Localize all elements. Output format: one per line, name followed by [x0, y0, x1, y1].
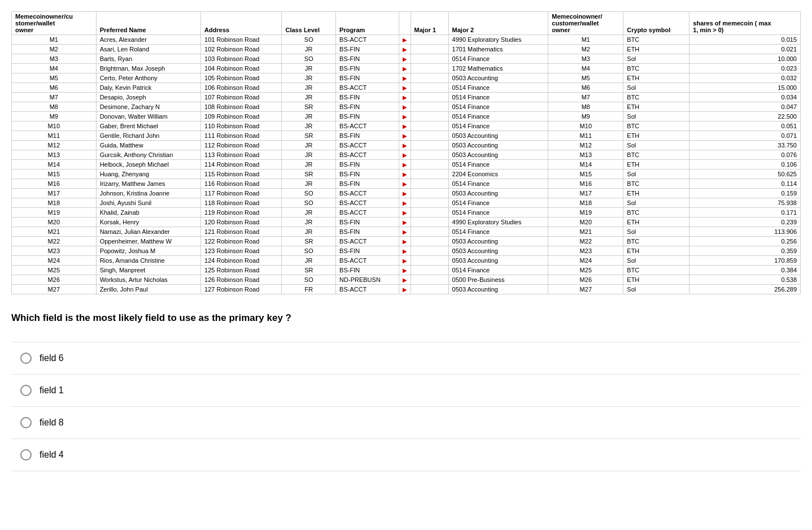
table-cell: M26 [12, 275, 97, 285]
table-row: M15Huang, Zhenyang115 Robinson RoadSRBS-… [12, 170, 801, 179]
table-cell: 117 Robinson Road [201, 189, 282, 198]
radio-field4[interactable] [20, 449, 32, 461]
table-cell: M4 [548, 64, 623, 73]
table-cell: M8 [548, 102, 623, 112]
table-cell: ▶ [399, 45, 411, 54]
option-label-field8: field 8 [40, 418, 64, 428]
table-cell: M5 [548, 73, 623, 83]
table-row: M2Asari, Len Roland102 Robinson RoadJRBS… [12, 45, 801, 54]
table-cell: M27 [548, 285, 623, 294]
table-cell: BS-FIN [336, 112, 399, 121]
table-cell [411, 170, 448, 179]
table-cell: M11 [548, 131, 623, 141]
option-label-field4: field 4 [40, 450, 64, 460]
col-header-preferred-name: Preferred Name [96, 12, 200, 35]
table-cell: 118 Robinson Road [201, 198, 282, 208]
table-cell: M6 [12, 83, 97, 93]
option-field1[interactable]: field 1 [11, 375, 801, 407]
table-cell: JR [282, 218, 336, 227]
table-cell: BS-FIN [336, 64, 399, 73]
table-cell: ND-PREBUSN [336, 275, 399, 285]
table-cell: 106 Robinson Road [201, 83, 282, 93]
col-header-wallet-owner: Memecoinowner/customer/walletowner [12, 12, 97, 35]
table-cell [411, 160, 448, 170]
table-cell: 110 Robinson Road [201, 121, 282, 131]
table-cell: 0.032 [689, 73, 801, 83]
table-cell: 0.106 [689, 160, 801, 170]
table-row: M1Acres, Alexander101 Robinson RoadSOBS-… [12, 35, 801, 45]
table-row: M8Desimone, Zachary N108 Robinson RoadSR… [12, 102, 801, 112]
table-cell: M24 [548, 256, 623, 266]
table-row: M14Helbock, Joseph Michael114 Robinson R… [12, 160, 801, 170]
table-cell: SO [282, 54, 336, 64]
table-cell: ▶ [399, 227, 411, 237]
table-cell: M3 [12, 54, 97, 64]
table-cell: M2 [12, 45, 97, 54]
table-cell: ▶ [399, 256, 411, 266]
table-cell: ▶ [399, 54, 411, 64]
table-cell: BTC [623, 208, 689, 218]
table-cell: Daly, Kevin Patrick [96, 83, 200, 93]
table-cell: 102 Robinson Road [201, 45, 282, 54]
table-cell: Singh, Manpreet [96, 266, 200, 275]
table-cell: M9 [12, 112, 97, 121]
radio-field6[interactable] [20, 353, 32, 364]
table-cell: M13 [548, 150, 623, 160]
table-cell: ▶ [399, 93, 411, 102]
table-cell: JR [282, 73, 336, 83]
table-cell: Acres, Alexander [96, 35, 200, 45]
col-header-shares: shares of memecoin ( max1, min > 0) [689, 12, 801, 35]
table-cell: 119 Robinson Road [201, 208, 282, 218]
table-cell: SO [282, 35, 336, 45]
table-cell: SR [282, 266, 336, 275]
table-cell: 0503 Accounting [448, 285, 548, 294]
table-cell: BTC [623, 93, 689, 102]
table-cell [411, 102, 448, 112]
table-cell: SR [282, 131, 336, 141]
table-cell: 107 Robinson Road [201, 93, 282, 102]
table-cell [411, 54, 448, 64]
table-cell: M25 [12, 266, 97, 275]
table-cell: ▶ [399, 131, 411, 141]
radio-field1[interactable] [20, 385, 32, 396]
table-cell: Sol [623, 198, 689, 208]
table-cell: M14 [12, 160, 97, 170]
table-cell: M26 [548, 275, 623, 285]
table-cell: Oppenheimer, Matthew W [96, 237, 200, 246]
table-cell: 0514 Finance [448, 54, 548, 64]
col-header-flag [399, 12, 411, 35]
radio-field8[interactable] [20, 417, 32, 428]
table-cell: SO [282, 189, 336, 198]
table-cell: 50.625 [689, 170, 801, 179]
table-cell [411, 179, 448, 189]
table-cell: 0514 Finance [448, 93, 548, 102]
option-field4[interactable]: field 4 [11, 439, 801, 471]
col-header-major1: Major 1 [411, 12, 448, 35]
table-cell: ETH [623, 160, 689, 170]
table-cell: Huang, Zhenyang [96, 170, 200, 179]
table-cell: BS-FIN [336, 170, 399, 179]
table-cell: Namazi, Julian Alexander [96, 227, 200, 237]
table-cell: Sol [623, 227, 689, 237]
table-cell: 0514 Finance [448, 208, 548, 218]
table-cell [411, 45, 448, 54]
table-cell: Guida, Matthew [96, 141, 200, 150]
table-cell: BS-ACCT [336, 256, 399, 266]
table-cell: M6 [548, 83, 623, 93]
option-field6[interactable]: field 6 [11, 342, 801, 375]
table-cell: ▶ [399, 198, 411, 208]
table-cell: Sol [623, 54, 689, 64]
option-field8[interactable]: field 8 [11, 407, 801, 439]
table-cell: Gentile, Richard John [96, 131, 200, 141]
table-cell [411, 285, 448, 294]
table-cell: 0503 Accounting [448, 150, 548, 160]
table-cell: M1 [548, 35, 623, 45]
table-cell: ▶ [399, 160, 411, 170]
table-cell: ▶ [399, 189, 411, 198]
table-cell: ▶ [399, 237, 411, 246]
table-cell: 121 Robinson Road [201, 227, 282, 237]
table-cell: SR [282, 237, 336, 246]
table-cell: 0514 Finance [448, 266, 548, 275]
table-cell: 124 Robinson Road [201, 256, 282, 266]
table-cell: 0514 Finance [448, 121, 548, 131]
